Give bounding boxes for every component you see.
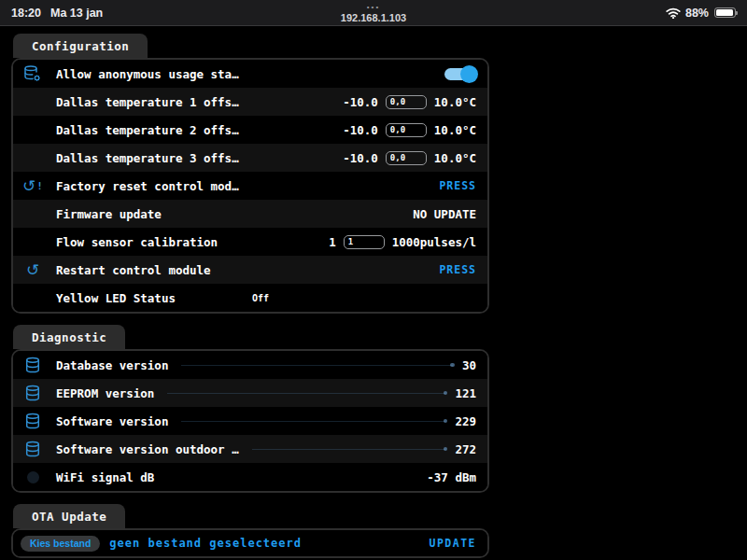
row-label: Restart control module [56, 263, 211, 277]
range-group: -10.010.0°C [343, 123, 476, 137]
diagnostic-rows: Database version30EEPROM version121Softw… [11, 349, 489, 493]
meter-track [181, 365, 453, 366]
restart-arrow-glyph: ↺ [26, 262, 39, 278]
configuration-panel: Configuration Allow anonymous usage sta…… [11, 34, 489, 314]
range-min: 1 [329, 235, 336, 249]
settings-row: Dallas temperature 3 offs…-10.010.0°C [13, 144, 487, 172]
dim-circle-icon [21, 471, 45, 483]
diagnostic-panel: Diagnostic Database version30EEPROM vers… [11, 325, 489, 493]
status-time-date: 18:20 Ma 13 jan [11, 7, 235, 20]
range-max: 10.0°C [434, 95, 476, 109]
settings-row: Yellow LED StatusOff [13, 284, 487, 312]
restart-icon: ↺ [21, 262, 45, 278]
range-min: -10.0 [343, 123, 378, 137]
settings-row: Firmware updateNO UPDATE [13, 200, 487, 228]
row-label: EEPROM version [56, 386, 154, 400]
factory-reset-icon: ↺! [21, 178, 45, 194]
tab-ota-update: OTA Update [13, 504, 125, 528]
row-value: NO UPDATE [413, 207, 476, 221]
range-group: 11000pulses/l [329, 235, 476, 249]
row-label: WiFi signal dB [56, 470, 154, 484]
settings-row: Flow sensor calibration11000pulses/l [13, 228, 487, 256]
meter-value: 272 [455, 442, 476, 456]
file-status-text: geen bestand geselecteerd [109, 537, 302, 550]
tab-diagnostic: Diagnostic [13, 325, 125, 349]
settings-row: ↺Restart control modulePRESS [13, 256, 487, 284]
wifi-icon [666, 7, 681, 19]
update-button[interactable]: UPDATE [429, 537, 476, 550]
meter-dot [444, 447, 448, 452]
meter-dot [444, 391, 448, 396]
range-min: -10.0 [343, 151, 378, 165]
tab-configuration: Configuration [13, 34, 148, 58]
status-bar: 18:20 Ma 13 jan ••• 192.168.1.103 88% [0, 0, 747, 26]
ota-row: Kies bestand geen bestand geselecteerd U… [13, 530, 487, 556]
range-group: -10.010.0°C [343, 95, 476, 109]
database-icon [21, 357, 45, 373]
range-min: -10.0 [343, 95, 378, 109]
meter-value: 121 [455, 386, 476, 400]
meter-dot [444, 419, 448, 424]
row-label: Software version [56, 414, 168, 428]
row-label: Flow sensor calibration [56, 235, 218, 249]
settings-row: WiFi signal dB-37 dBm [13, 463, 487, 491]
value-input[interactable] [344, 235, 385, 249]
battery-fill [716, 9, 733, 16]
database-icon [21, 441, 45, 457]
status-center: ••• 192.168.1.103 [235, 3, 512, 23]
toggle-switch[interactable] [444, 68, 476, 80]
value-input[interactable] [386, 95, 427, 109]
press-button[interactable]: PRESS [439, 263, 476, 276]
choose-file-button[interactable]: Kies bestand [21, 536, 100, 552]
settings-row: Dallas temperature 2 offs…-10.010.0°C [13, 116, 487, 144]
database-icon [21, 413, 45, 429]
date: Ma 13 jan [50, 7, 103, 20]
row-label: Factory reset control mod… [56, 179, 239, 193]
status-indicators: 88% [512, 7, 736, 20]
value-input[interactable] [386, 151, 427, 165]
exclamation-glyph: ! [36, 180, 43, 192]
row-label: Dallas temperature 2 offs… [56, 123, 239, 137]
page-content: Configuration Allow anonymous usage sta…… [0, 26, 747, 558]
meter-track [252, 449, 446, 450]
settings-row: EEPROM version121 [13, 379, 487, 407]
row-label: Yellow LED Status [56, 291, 176, 305]
value-input[interactable] [386, 123, 427, 137]
configuration-rows: Allow anonymous usage sta…Dallas tempera… [11, 58, 489, 314]
range-max: 10.0°C [434, 123, 476, 137]
row-value: -37 dBm [427, 470, 476, 484]
range-max: 10.0°C [434, 151, 476, 165]
settings-row: Database version30 [13, 351, 487, 379]
row-label: Allow anonymous usage sta… [56, 67, 239, 81]
meter-dot [450, 363, 455, 368]
ota-update-panel: OTA Update Kies bestand geen bestand ges… [11, 504, 489, 558]
press-button[interactable]: PRESS [439, 179, 476, 192]
settings-row: Allow anonymous usage sta… [13, 60, 487, 88]
database-gear-icon [21, 64, 45, 83]
meter-track [181, 421, 445, 422]
url-address: 192.168.1.103 [341, 13, 406, 23]
row-label: Dallas temperature 1 offs… [56, 95, 239, 109]
settings-row: Dallas temperature 1 offs…-10.010.0°C [13, 88, 487, 116]
battery-percent: 88% [685, 7, 709, 20]
database-icon [21, 385, 45, 401]
row-label: Dallas temperature 3 offs… [56, 151, 239, 165]
status-value: Off [252, 293, 269, 303]
settings-row: Software version outdoor …272 [13, 435, 487, 463]
range-max: 1000pulses/l [392, 235, 476, 249]
ellipsis-icon: ••• [367, 4, 380, 11]
meter-value: 30 [462, 358, 476, 372]
settings-row: ↺!Factory reset control mod…PRESS [13, 172, 487, 200]
settings-row: Software version229 [13, 407, 487, 435]
row-label: Software version outdoor … [56, 442, 239, 456]
clock: 18:20 [11, 7, 41, 20]
row-label: Database version [56, 358, 168, 372]
ota-update-body: Kies bestand geen bestand geselecteerd U… [11, 528, 489, 558]
range-group: -10.010.0°C [343, 151, 476, 165]
row-label: Firmware update [56, 207, 162, 221]
reset-arrow-glyph: ↺ [22, 178, 35, 194]
meter-track [167, 393, 445, 394]
battery-nub [736, 11, 738, 15]
battery-icon [714, 7, 736, 18]
toggle-knob [460, 65, 478, 83]
